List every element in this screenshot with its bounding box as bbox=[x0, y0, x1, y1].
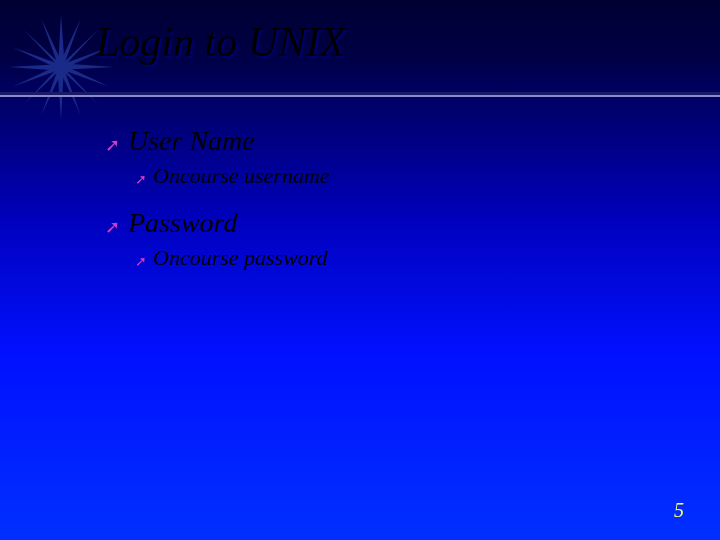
divider-line bbox=[0, 92, 720, 98]
arrow-icon: ➚ bbox=[105, 134, 120, 156]
list-subitem-label: Oncourse password bbox=[153, 245, 328, 271]
arrow-icon: ➚ bbox=[105, 216, 120, 238]
arrow-icon: ➚ bbox=[135, 253, 147, 269]
content-body: ➚ User Name ➚ Oncourse username ➚ Passwo… bbox=[105, 125, 330, 289]
list-subitem: ➚ Oncourse password bbox=[135, 245, 330, 271]
list-item-label: User Name bbox=[128, 125, 255, 157]
slide-title: Login to UNIX bbox=[96, 18, 346, 66]
page-number: 5 bbox=[674, 499, 684, 522]
arrow-icon: ➚ bbox=[135, 171, 147, 187]
list-item: ➚ User Name bbox=[105, 125, 330, 157]
list-subitem: ➚ Oncourse username bbox=[135, 163, 330, 189]
list-item: ➚ Password bbox=[105, 207, 330, 239]
list-item-label: Password bbox=[128, 207, 237, 239]
list-subitem-label: Oncourse username bbox=[153, 163, 330, 189]
